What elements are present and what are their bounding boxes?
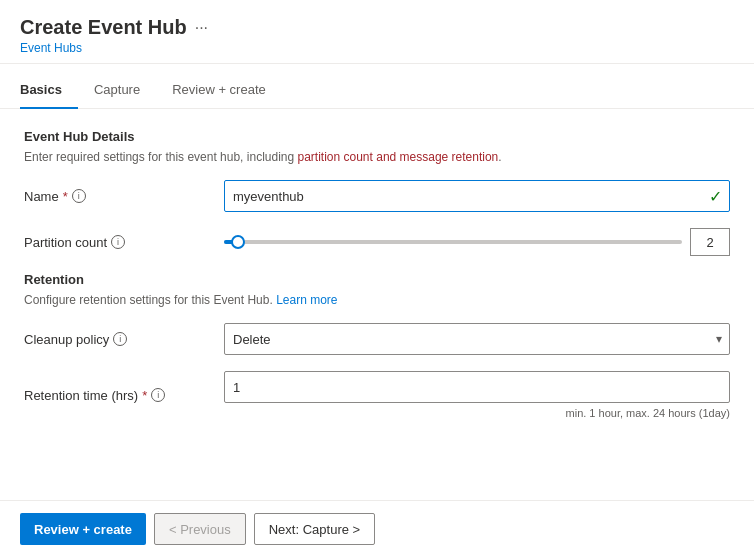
retention-time-row: Retention time (hrs) * i min. 1 hour, ma… (24, 371, 730, 419)
slider-thumb[interactable] (231, 235, 245, 249)
retention-description: Configure retention settings for this Ev… (24, 293, 730, 307)
retention-title: Retention (24, 272, 730, 287)
breadcrumb: Event Hubs (20, 41, 734, 55)
retention-time-label: Retention time (hrs) * i (24, 388, 224, 403)
cleanup-policy-label: Cleanup policy i (24, 332, 224, 347)
partition-count-control: 2 (224, 228, 730, 256)
cleanup-info-icon[interactable]: i (113, 332, 127, 346)
check-icon: ✓ (709, 187, 722, 206)
previous-button[interactable]: < Previous (154, 513, 246, 545)
cleanup-policy-row: Cleanup policy i Delete Compact ▾ (24, 323, 730, 355)
name-input-control: ✓ (224, 180, 730, 212)
partition-count-row: Partition count i 2 (24, 228, 730, 256)
retention-time-control: min. 1 hour, max. 24 hours (1day) (224, 371, 730, 419)
retention-time-input[interactable] (224, 371, 730, 403)
name-input-wrapper: ✓ (224, 180, 730, 212)
tab-review-create[interactable]: Review + create (156, 72, 282, 109)
slider-wrapper: 2 (224, 228, 730, 256)
partition-count-label: Partition count i (24, 235, 224, 250)
retention-section: Retention Configure retention settings f… (24, 272, 730, 419)
partition-info-icon[interactable]: i (111, 235, 125, 249)
name-input[interactable] (224, 180, 730, 212)
partition-value-box: 2 (690, 228, 730, 256)
more-options-icon[interactable]: ··· (195, 19, 208, 37)
footer: Review + create < Previous Next: Capture… (0, 500, 754, 557)
event-hub-details-description: Enter required settings for this event h… (24, 150, 730, 164)
page-title: Create Event Hub (20, 16, 187, 39)
name-label: Name * i (24, 189, 224, 204)
main-content: Event Hub Details Enter required setting… (0, 109, 754, 500)
learn-more-link[interactable]: Learn more (276, 293, 337, 307)
cleanup-policy-control: Delete Compact ▾ (224, 323, 730, 355)
tab-basics[interactable]: Basics (20, 72, 78, 109)
tab-bar: Basics Capture Review + create (0, 72, 754, 109)
cleanup-policy-select[interactable]: Delete Compact (224, 323, 730, 355)
slider-track[interactable] (224, 240, 682, 244)
name-info-icon[interactable]: i (72, 189, 86, 203)
tab-capture[interactable]: Capture (78, 72, 156, 109)
retention-time-hint: min. 1 hour, max. 24 hours (1day) (224, 407, 730, 419)
name-field-row: Name * i ✓ (24, 180, 730, 212)
review-create-button[interactable]: Review + create (20, 513, 146, 545)
cleanup-dropdown-wrapper: Delete Compact ▾ (224, 323, 730, 355)
event-hub-details-title: Event Hub Details (24, 129, 730, 144)
next-capture-button[interactable]: Next: Capture > (254, 513, 375, 545)
retention-time-info-icon[interactable]: i (151, 388, 165, 402)
